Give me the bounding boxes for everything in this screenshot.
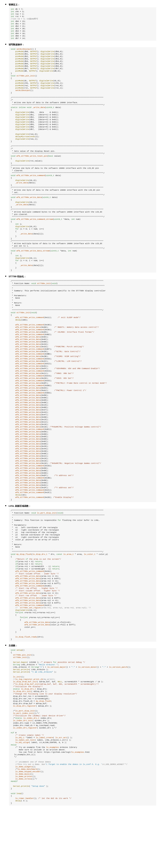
section-title: ST7789 初始化：	[9, 275, 26, 278]
bullet-icon	[5, 505, 6, 506]
section-title: LVGL 刷新区域函数：	[9, 505, 31, 507]
bullet-icon	[5, 645, 6, 646]
bullet-icon	[5, 4, 6, 5]
section-title: 主函数：	[9, 644, 18, 647]
code-block-pins: int db = 7; int chk = 3; int rw1 = 2; in…	[9, 7, 156, 41]
section-heading-pins: 管脚定义：	[5, 3, 156, 6]
code-block-rw: void set8LCDoutput() { pinMode(db0, OUTP…	[9, 47, 156, 273]
document-root: 管脚定义： int db = 7; int chk = 3; int rw1 =…	[0, 0, 158, 814]
bullet-icon	[5, 44, 6, 45]
section-heading-main: 主函数：	[5, 644, 156, 647]
section-heading-rw: 读写数据操作：	[5, 43, 156, 46]
bullet-icon	[5, 276, 6, 277]
code-block-main: void setup() { st7789v_pin_init(); st778…	[9, 648, 156, 806]
code-block-flush: /***************************************…	[9, 509, 156, 642]
section-heading-init: ST7789 初始化：	[5, 275, 156, 278]
section-title: 管脚定义：	[9, 3, 20, 6]
section-heading-flush: LVGL 刷新区域函数：	[5, 504, 156, 507]
section-title: 读写数据操作：	[9, 43, 25, 46]
code-block-init: /***************************************…	[9, 279, 156, 502]
